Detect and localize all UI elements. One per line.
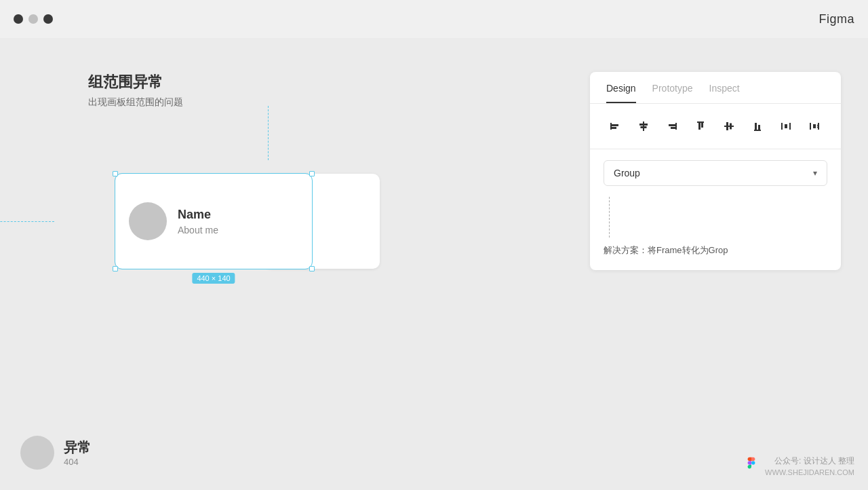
badge-circle	[20, 436, 54, 470]
panel-tabs: Design Prototype Inspect	[590, 72, 841, 104]
solution-text: 解决方案：将Frame转化为Grop	[590, 238, 841, 270]
chevron-down-icon: ▾	[813, 168, 817, 178]
more-icon	[808, 120, 821, 132]
align-center-h-icon	[637, 120, 650, 132]
badge-sub: 404	[64, 457, 91, 467]
svg-rect-1	[612, 124, 618, 126]
distribute-icon	[780, 120, 792, 132]
page-subtitle: 出现画板组范围的问题	[88, 96, 183, 109]
svg-rect-18	[781, 123, 783, 130]
bottom-badge: 异常 404	[20, 436, 91, 470]
align-left-button[interactable]	[604, 115, 627, 138]
svg-rect-20	[785, 124, 787, 128]
align-right-button[interactable]	[660, 115, 684, 138]
watermark-bottom: WWW.SHEJIDAREN.COM	[765, 468, 854, 476]
figma-logo-icon	[743, 455, 760, 475]
svg-rect-0	[610, 123, 612, 130]
avatar	[129, 202, 167, 240]
align-right-icon	[666, 120, 678, 132]
svg-rect-2	[612, 127, 616, 129]
align-middle-v-button[interactable]	[717, 115, 741, 138]
align-top-icon	[694, 120, 707, 132]
panel-guide-line	[609, 197, 610, 238]
card-content: Name About me	[115, 174, 312, 269]
right-panel: Design Prototype Inspect	[590, 72, 841, 270]
svg-rect-11	[701, 123, 703, 128]
tab-prototype[interactable]: Prototype	[652, 83, 693, 103]
handle-bl[interactable]	[113, 266, 118, 271]
card-selected[interactable]: Name About me 440 × 140	[115, 174, 312, 269]
dot-maximize[interactable]	[43, 14, 53, 24]
badge-text: 异常 404	[64, 438, 91, 467]
svg-rect-5	[641, 126, 647, 128]
guide-line-top	[268, 106, 269, 160]
svg-rect-17	[758, 125, 760, 130]
dot-close[interactable]	[14, 14, 23, 24]
align-left-icon	[609, 120, 621, 132]
titlebar: Figma	[0, 0, 868, 38]
svg-rect-14	[730, 124, 732, 130]
align-bottom-button[interactable]	[746, 115, 769, 138]
card-name: Name	[178, 208, 218, 222]
page-title: 组范围异常	[88, 72, 183, 92]
svg-rect-4	[639, 124, 648, 126]
canvas-area: Name About me 440 × 140	[54, 160, 461, 350]
svg-rect-19	[789, 123, 791, 130]
align-top-button[interactable]	[689, 115, 712, 138]
main-content: 组范围异常 出现画板组范围的问题 Name About me 440 × 140	[0, 38, 868, 490]
badge-title: 异常	[64, 438, 91, 457]
heading-section: 组范围异常 出现画板组范围的问题	[88, 72, 183, 109]
dot-minimize[interactable]	[28, 14, 38, 24]
group-dropdown-label: Group	[614, 168, 640, 178]
svg-rect-12	[724, 126, 734, 127]
alignment-row	[590, 104, 841, 149]
handle-tl[interactable]	[113, 171, 118, 176]
align-center-h-button[interactable]	[632, 115, 655, 138]
watermark: 公众号: 设计达人 整理 WWW.SHEJIDAREN.COM	[765, 455, 854, 476]
tab-inspect[interactable]: Inspect	[709, 83, 740, 103]
handle-tr[interactable]	[309, 171, 315, 176]
tab-design[interactable]: Design	[606, 83, 636, 103]
svg-rect-21	[810, 123, 811, 130]
align-bottom-icon	[751, 120, 764, 132]
group-dropdown[interactable]: Group ▾	[604, 160, 827, 186]
svg-rect-7	[669, 124, 675, 126]
card-about: About me	[178, 225, 218, 235]
window-controls	[14, 14, 53, 24]
app-title: Figma	[818, 12, 854, 26]
guide-line-left	[0, 221, 54, 222]
align-middle-v-icon	[723, 120, 735, 132]
svg-rect-16	[755, 123, 757, 130]
handle-br[interactable]	[309, 266, 315, 271]
distribute-button[interactable]	[774, 115, 797, 138]
svg-rect-10	[698, 123, 701, 130]
more-button[interactable]	[803, 115, 826, 138]
svg-rect-15	[754, 130, 761, 131]
svg-rect-6	[675, 123, 677, 130]
card-text: Name About me	[178, 208, 218, 235]
svg-rect-23	[813, 124, 816, 128]
svg-rect-13	[726, 122, 728, 130]
svg-rect-8	[671, 127, 675, 129]
svg-rect-9	[697, 121, 704, 123]
dimension-label: 440 × 140	[192, 273, 235, 284]
watermark-top: 公众号: 设计达人 整理	[765, 455, 854, 467]
